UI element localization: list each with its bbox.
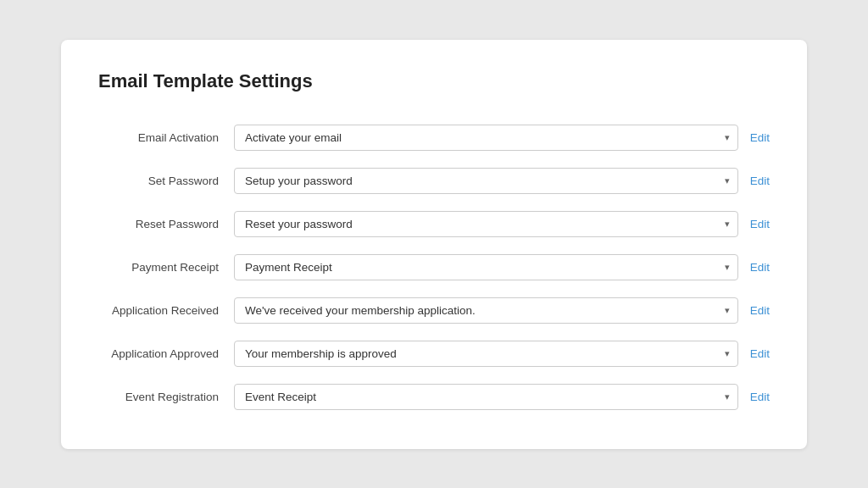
edit-link-application-received[interactable]: Edit [750,304,770,317]
edit-link-event-registration[interactable]: Edit [750,391,770,403]
label-event-registration: Event Registration [98,391,234,403]
edit-link-reset-password[interactable]: Edit [750,218,770,230]
form-row-event-registration: Event RegistrationEvent Receipt▾Edit [98,375,770,419]
form-row-application-received: Application ReceivedWe've received your … [98,289,770,332]
select-wrapper-email-activation: Activate your email▾ [234,125,738,151]
form-row-email-activation: Email ActivationActivate your email▾Edit [98,116,770,159]
select-wrapper-payment-receipt: Payment Receipt▾ [234,254,738,280]
form-row-application-approved: Application ApprovedYour membership is a… [98,332,770,375]
select-set-password[interactable]: Setup your password [234,168,738,194]
edit-link-set-password[interactable]: Edit [750,175,770,187]
edit-link-payment-receipt[interactable]: Edit [750,261,770,274]
form-row-reset-password: Reset PasswordReset your password▾Edit [98,202,770,246]
select-application-approved[interactable]: Your membership is approvedYour membersh… [234,341,738,367]
page-title: Email Template Settings [98,70,770,92]
select-email-activation[interactable]: Activate your email [234,125,738,151]
select-payment-receipt[interactable]: Payment Receipt [234,254,738,280]
select-wrapper-event-registration: Event Receipt▾ [234,384,738,410]
label-set-password: Set Password [98,175,234,187]
form-row-set-password: Set PasswordSetup your password▾Edit [98,159,770,202]
select-reset-password[interactable]: Reset your password [234,211,738,237]
email-template-settings-card: Email Template Settings Email Activation… [61,40,807,449]
select-application-received[interactable]: We've received your membership applicati… [234,297,738,324]
label-application-approved: Application Approved [98,347,234,360]
label-payment-receipt: Payment Receipt [98,261,234,274]
edit-link-email-activation[interactable]: Edit [750,131,770,144]
label-application-received: Application Received [98,304,234,317]
select-wrapper-reset-password: Reset your password▾ [234,211,738,237]
edit-link-application-approved[interactable]: Edit [750,347,770,360]
label-reset-password: Reset Password [98,218,234,230]
form-row-payment-receipt: Payment ReceiptPayment Receipt▾Edit [98,246,770,289]
select-wrapper-application-received: We've received your membership applicati… [234,297,738,324]
settings-form: Email ActivationActivate your email▾Edit… [98,116,770,419]
label-email-activation: Email Activation [98,131,234,144]
select-event-registration[interactable]: Event Receipt [234,384,738,410]
select-wrapper-set-password: Setup your password▾ [234,168,738,194]
select-wrapper-application-approved: Your membership is approvedYour membersh… [234,341,738,367]
